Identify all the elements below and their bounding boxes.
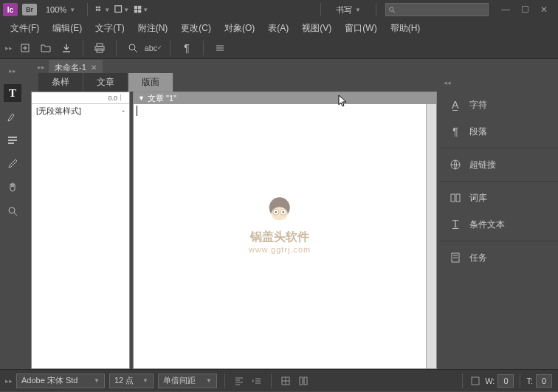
separator xyxy=(203,41,204,55)
svg-point-30 xyxy=(283,211,285,213)
font-family-select[interactable]: Adobe 宋体 Std ▼ xyxy=(16,374,105,388)
panel-label: 词库 xyxy=(469,192,487,204)
text-cursor xyxy=(137,106,137,116)
menu-changes[interactable]: 更改(C) xyxy=(175,20,217,37)
zoom-value: 100% xyxy=(46,5,66,14)
separator xyxy=(170,41,170,55)
panel-paragraph[interactable]: ¶ 段落 xyxy=(440,118,558,145)
workspace-select[interactable]: 书写 ▼ xyxy=(330,3,367,17)
vertical-scrollbar[interactable] xyxy=(426,104,436,368)
titlebar: Ic Br 100% ▼ ▼ ▼ ▼ 书写 ▼ ⚲ — ☐ ✕ xyxy=(0,0,558,19)
style-entry[interactable]: [无段落样式] - xyxy=(32,104,129,118)
expand-handle[interactable]: ▸▸ xyxy=(6,41,12,55)
panel-assignments[interactable]: 任务 xyxy=(440,244,558,271)
panel-hyperlinks[interactable]: 超链接 xyxy=(440,151,558,178)
separator xyxy=(320,3,321,16)
styles-header: 0.0 ⎸ xyxy=(32,92,129,104)
svg-rect-8 xyxy=(138,10,141,13)
panel-label: 段落 xyxy=(469,125,487,138)
disclosure-icon[interactable]: ▼ xyxy=(138,94,145,102)
menu-text[interactable]: 文字(T) xyxy=(89,20,130,37)
font-size-select[interactable]: 12 点 ▼ xyxy=(109,374,154,388)
search-box[interactable]: ⚲ xyxy=(385,3,489,16)
menu-table[interactable]: 表(A) xyxy=(262,20,294,37)
close-button[interactable]: ✕ xyxy=(539,4,549,15)
find-button[interactable] xyxy=(125,41,140,55)
assignments-icon xyxy=(449,251,462,264)
menu-window[interactable]: 窗口(W) xyxy=(339,20,382,37)
svg-point-27 xyxy=(273,209,279,215)
width-input[interactable] xyxy=(497,374,514,388)
menu-file[interactable]: 文件(F) xyxy=(4,20,45,37)
expand-handle[interactable]: ◂◂ xyxy=(444,75,450,90)
increase-indent-icon[interactable] xyxy=(250,374,264,388)
zoom-select[interactable]: 100% ▼ xyxy=(41,4,80,16)
position-tool[interactable] xyxy=(4,131,21,149)
menu-button[interactable] xyxy=(213,41,227,55)
tab-galley[interactable]: 条样 xyxy=(38,73,83,92)
new-button[interactable] xyxy=(18,41,32,55)
view-mode-icon-2[interactable]: ▼ xyxy=(114,4,129,16)
chevron-down-icon: ▼ xyxy=(355,7,361,13)
menu-edit[interactable]: 编辑(E) xyxy=(46,20,88,37)
toolbar: ▸▸ abc✓ ¶ xyxy=(0,37,558,59)
panel-conditional-text[interactable]: T 条件文本 xyxy=(440,211,558,238)
close-tab-icon[interactable]: ✕ xyxy=(91,63,97,72)
styles-icon[interactable] xyxy=(469,374,482,388)
tab-layout[interactable]: 版面 xyxy=(128,73,173,92)
separator xyxy=(440,241,558,241)
panel-character[interactable]: A̲ 字符 xyxy=(440,92,558,118)
separator xyxy=(440,148,558,148)
maximize-button[interactable]: ☐ xyxy=(520,4,530,15)
tracking-input[interactable] xyxy=(536,374,552,388)
separator xyxy=(87,3,88,16)
content-header[interactable]: ▼ 文章 "1" xyxy=(134,92,436,104)
leading-select[interactable]: 单倍间距 ▼ xyxy=(158,374,217,388)
minimize-button[interactable]: — xyxy=(500,4,511,15)
chevron-down-icon: ▼ xyxy=(206,377,212,384)
work-area: ▸▸ 未命名-1 ✕ 条样 文章 版面 0.0 ⎸ [无段落样式] - xyxy=(25,59,440,369)
note-tool[interactable] xyxy=(4,108,21,125)
save-button[interactable] xyxy=(59,41,74,55)
menu-notes[interactable]: 附注(N) xyxy=(132,20,174,37)
pilcrow-button[interactable]: ¶ xyxy=(179,41,194,55)
spellcheck-button[interactable]: abc✓ xyxy=(146,41,161,55)
align-left-icon[interactable] xyxy=(232,374,246,388)
svg-line-24 xyxy=(14,213,17,216)
separator xyxy=(520,374,520,388)
bridge-badge[interactable]: Br xyxy=(22,4,37,16)
print-button[interactable] xyxy=(92,41,107,55)
view-mode-icon-3[interactable]: ▼ xyxy=(134,4,148,16)
zoom-tool[interactable] xyxy=(4,202,21,220)
styles-column-handle[interactable]: ⎸ xyxy=(120,94,126,102)
svg-rect-1 xyxy=(98,7,100,9)
style-marker: - xyxy=(122,106,125,117)
svg-point-26 xyxy=(272,207,288,220)
separator xyxy=(224,374,225,388)
hyperlink-icon xyxy=(449,158,462,171)
expand-handle[interactable]: ▸▸ xyxy=(6,374,12,388)
columns-icon[interactable] xyxy=(297,374,310,388)
panel-thesaurus[interactable]: 词库 xyxy=(440,185,558,211)
styles-list[interactable]: [无段落样式] - xyxy=(32,104,129,368)
view-mode-icon-1[interactable]: ▼ xyxy=(95,4,110,16)
hand-tool[interactable] xyxy=(4,179,21,196)
menu-view[interactable]: 视图(V) xyxy=(296,20,337,37)
expand-handle[interactable]: ▸▸ xyxy=(10,63,16,78)
expand-handle[interactable]: ▸▸ xyxy=(38,60,44,75)
panel-label: 超链接 xyxy=(469,159,496,171)
menu-object[interactable]: 对象(O) xyxy=(218,20,261,37)
open-button[interactable] xyxy=(38,41,53,55)
type-tool[interactable]: T xyxy=(4,84,21,102)
separator xyxy=(271,374,272,388)
chevron-down-icon: ▼ xyxy=(142,7,148,13)
grid-icon[interactable] xyxy=(279,374,292,388)
tab-story[interactable]: 文章 xyxy=(83,73,128,92)
svg-rect-6 xyxy=(138,6,141,9)
menubar: 文件(F) 编辑(E) 文字(T) 附注(N) 更改(C) 对象(O) 表(A)… xyxy=(0,19,558,37)
search-input[interactable] xyxy=(395,5,485,14)
text-editor[interactable]: 锅盖头软件 www.ggtrj.com xyxy=(134,104,426,368)
menu-help[interactable]: 帮助(H) xyxy=(385,20,427,37)
svg-rect-21 xyxy=(8,140,17,141)
eyedropper-tool[interactable] xyxy=(4,155,21,173)
